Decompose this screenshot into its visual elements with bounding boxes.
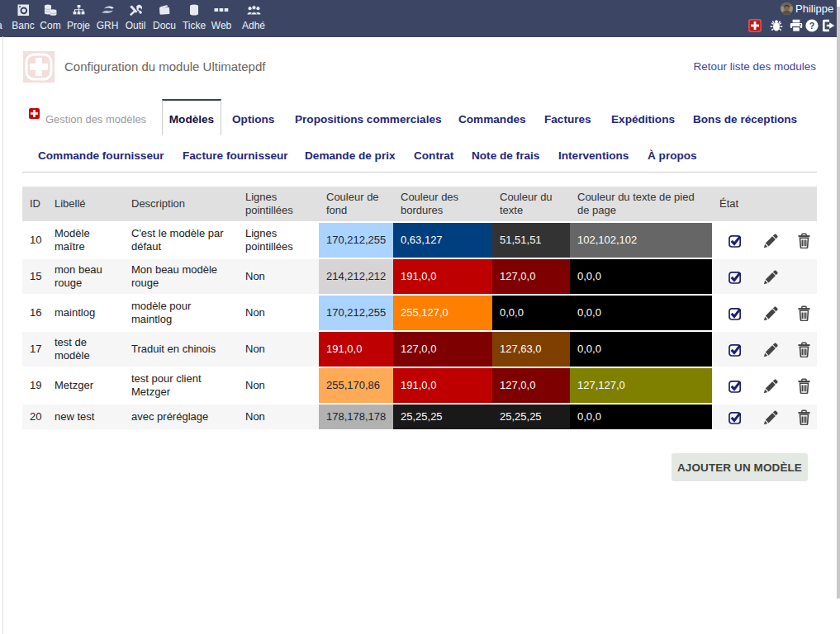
svg-text:?: ? <box>809 21 814 31</box>
